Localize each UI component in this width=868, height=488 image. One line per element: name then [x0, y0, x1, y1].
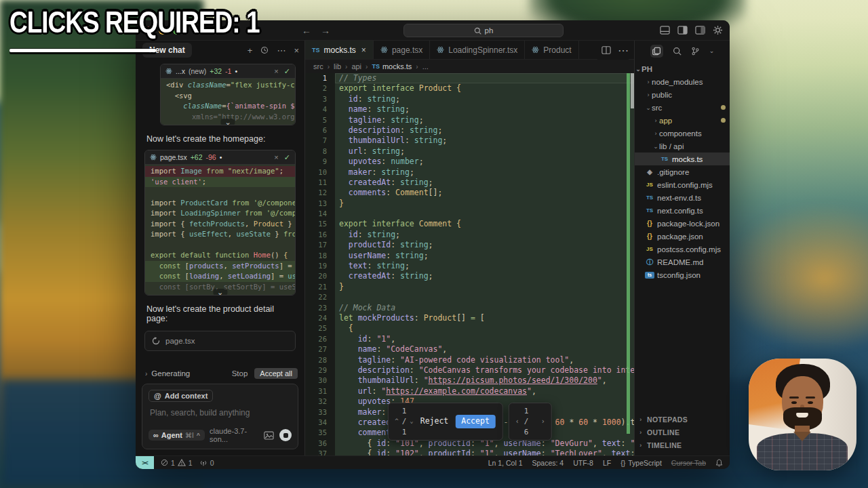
tree-item-app[interactable]: ›app [635, 114, 730, 127]
code-line[interactable]: 1// Types [305, 73, 634, 83]
code-line[interactable]: 26 id: "1", [305, 334, 634, 344]
code-line[interactable]: 4 name: string; [305, 104, 634, 115]
accept-button[interactable]: Accept [455, 415, 496, 428]
code-line[interactable]: 10 maker: string; [305, 167, 634, 178]
tree-item-next-config-ts[interactable]: TSnext.config.ts [635, 204, 730, 217]
notifications-bell-icon[interactable] [715, 459, 723, 467]
model-selector[interactable]: claude-3.7-son... [210, 427, 259, 443]
code-line[interactable]: 23// Mock Data [305, 303, 634, 313]
status-ln[interactable]: Ln 1, Col 1 [488, 459, 523, 467]
breadcrumb-more[interactable]: ... [422, 62, 429, 70]
tree-item-components[interactable]: ›components [635, 127, 730, 140]
code-line[interactable]: 16 id: string; [305, 230, 634, 240]
diff-prev-icon[interactable]: ^ [395, 416, 398, 426]
section-timeline[interactable]: ›TIMELINE [635, 439, 730, 451]
chat-composer[interactable]: @ Add context Plan, search, build anythi… [142, 384, 298, 449]
tree-item--gitignore[interactable]: ◈.gitignore [635, 165, 730, 178]
code-line[interactable]: 13} [305, 199, 634, 209]
remote-indicator[interactable]: >< [136, 456, 154, 470]
status-lf[interactable]: LF [603, 459, 611, 467]
code-line[interactable]: 22 [305, 292, 634, 302]
code-line[interactable]: 27 name: "CodeCanvas", [305, 344, 634, 354]
code-line[interactable]: 3 id: string; [305, 94, 634, 104]
command-search-box[interactable]: ph [403, 24, 564, 37]
tree-item-postcss-config-mjs[interactable]: JSpostcss.config.mjs [635, 243, 730, 256]
expand-block-chevron-icon[interactable]: ⌄ [220, 119, 235, 125]
split-editor-icon[interactable] [601, 45, 611, 55]
editor-tab-loadingspinner-tsx[interactable]: LoadingSpinner.tsx [430, 41, 525, 59]
status-spaces[interactable]: Spaces: 4 [532, 459, 564, 467]
sidebar-search-icon[interactable] [673, 47, 682, 56]
code-line[interactable]: 9 upvotes: number; [305, 157, 634, 167]
code-line[interactable]: 20 createdAt: string; [305, 271, 634, 281]
tabs-more-icon[interactable]: ⋯ [618, 44, 629, 57]
stop-generation-button[interactable]: Stop [232, 369, 248, 378]
chat-close-icon[interactable]: × [294, 45, 299, 56]
reject-file-icon[interactable]: × [274, 67, 278, 76]
chat-message-list[interactable]: ...x (new) +32 -1 • × ✓ <div className="… [136, 60, 304, 365]
code-editor[interactable]: 1// Types2export interface Product {3 id… [305, 73, 634, 455]
section-outline[interactable]: ›OUTLINE [635, 426, 730, 439]
code-line[interactable]: 18 userName: string; [305, 251, 634, 261]
tree-item-package-json[interactable]: {}package.json [635, 230, 730, 243]
diff-next-icon[interactable]: ⌄ [410, 416, 413, 426]
code-line[interactable]: 30 thumbnailUrl: "https://picsum.photos/… [305, 375, 634, 386]
sidebar-more-chevron-icon[interactable]: ⌄ [709, 47, 715, 54]
code-line[interactable]: 25 { [305, 323, 634, 333]
file-next-icon[interactable]: › [541, 416, 545, 426]
code-line[interactable]: 31 url: "https://example.com/codecanvas"… [305, 386, 634, 396]
nav-back-icon[interactable]: ← [302, 25, 311, 36]
accept-file-icon[interactable]: ✓ [284, 153, 290, 162]
tree-item-node_modules[interactable]: ›node_modules [635, 75, 730, 88]
reject-button[interactable]: Reject [420, 416, 449, 426]
code-line[interactable]: 37 { id: "102", productId: "1", userName… [305, 449, 634, 455]
editor-tab-page-tsx[interactable]: page.tsx [374, 41, 430, 59]
accept-all-button[interactable]: Accept all [254, 368, 298, 379]
tree-item-package-lock-json[interactable]: {}package-lock.json [635, 217, 730, 230]
tree-item-tsconfig-json[interactable]: tstsconfig.json [635, 268, 730, 281]
attach-image-icon[interactable] [264, 431, 274, 440]
code-line[interactable]: 24let mockProducts: Product[] = [ [305, 313, 634, 323]
cursor-tab-toggle[interactable]: Cursor Tab [671, 459, 706, 467]
breadcrumb[interactable]: src›lib›api›TSmocks.ts›... [305, 60, 634, 73]
editor-tab-mocks-ts[interactable]: TSmocks.ts× [305, 41, 374, 59]
ports-indicator[interactable]: 0 [199, 459, 214, 467]
code-line[interactable]: 2export interface Product { [305, 83, 634, 94]
code-line[interactable]: 8 url: string; [305, 146, 634, 157]
breadcrumb-item[interactable]: src [313, 62, 323, 70]
code-line[interactable]: 15export interface Comment { [305, 219, 634, 229]
code-line[interactable]: 29 description: "CodeCanvas transforms y… [305, 365, 634, 375]
generating-file-chip[interactable]: page.tsx [144, 331, 296, 351]
explorer-files-icon[interactable] [650, 45, 663, 58]
status-utf-8[interactable]: UTF-8 [573, 459, 593, 467]
tree-item-readme-md[interactable]: ⓘREADME.md [635, 256, 730, 268]
breadcrumb-item[interactable]: api [351, 62, 361, 70]
code-line[interactable]: 17 productId: string; [305, 240, 634, 250]
editor-tab-product[interactable]: Product [525, 41, 578, 59]
code-line[interactable]: 21} [305, 282, 634, 292]
toggle-sidebar-icon[interactable] [677, 25, 688, 35]
add-context-chip[interactable]: @ Add context [149, 390, 213, 402]
tab-close-icon[interactable]: × [361, 45, 366, 55]
section-notepads[interactable]: ›NOTEPADS [635, 413, 730, 426]
history-icon[interactable] [260, 46, 269, 54]
toggle-panel-icon[interactable] [660, 25, 670, 35]
code-line[interactable]: 19 text: string; [305, 261, 634, 271]
code-line[interactable]: 12 comments: Comment[]; [305, 188, 634, 198]
problems-indicator[interactable]: 1 1 [161, 459, 193, 467]
expand-block-chevron-icon[interactable]: ⌄ [213, 289, 227, 296]
code-line[interactable]: 28 tagline: "AI-powered code visualizati… [305, 355, 634, 365]
code-block-header[interactable]: page.tsx +62 -96 • × ✓ [145, 150, 295, 165]
chat-input-placeholder[interactable]: Plan, search, build anything [150, 408, 292, 418]
tree-item-next-env-d-ts[interactable]: TSnext-env.d.ts [635, 191, 730, 204]
breadcrumb-item[interactable]: lib [334, 62, 341, 70]
reject-file-icon[interactable]: × [274, 153, 278, 162]
file-prev-icon[interactable]: ‹ [515, 416, 519, 426]
settings-gear-icon[interactable] [713, 25, 723, 35]
code-line[interactable]: 5 tagline: string; [305, 115, 634, 125]
language-mode[interactable]: {} TypeScript [620, 459, 662, 467]
agent-mode-selector[interactable]: ∞ Agent ⌘I ^ [149, 430, 205, 441]
chat-more-icon[interactable]: ⋯ [277, 45, 285, 56]
stop-generating-button[interactable] [279, 429, 292, 441]
tree-item-mocks-ts[interactable]: TSmocks.ts [635, 152, 730, 165]
